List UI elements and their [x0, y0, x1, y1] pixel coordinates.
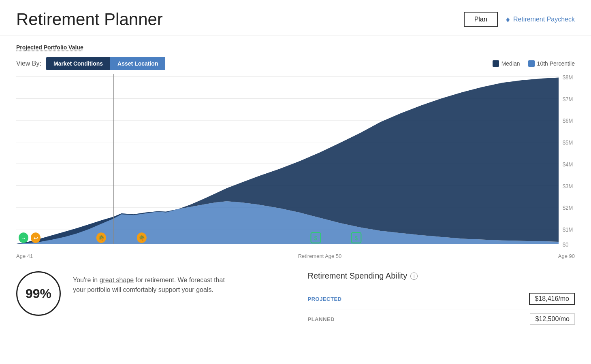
score-text-start: You're in: [73, 277, 100, 283]
svg-text:🌴: 🌴: [98, 234, 105, 242]
svg-text:$1M: $1M: [563, 227, 573, 233]
score-circle: 99%: [16, 271, 61, 316]
score-description: You're in great shape for retirement. We…: [73, 271, 227, 295]
portfolio-chart: $8M $7M $6M $5M $4M $3M $2M $1M $0 → ↩: [16, 74, 575, 248]
svg-text:$8M: $8M: [563, 74, 573, 81]
svg-text:$7M: $7M: [563, 96, 573, 102]
retirement-paycheck-link[interactable]: ♦ Retirement Paycheck: [506, 15, 575, 24]
svg-text:$2M: $2M: [563, 205, 573, 211]
planned-value: $12,500/mo: [530, 313, 575, 325]
planned-label: PLANNED: [308, 316, 335, 322]
page-title: Retirement Planner: [16, 10, 163, 29]
svg-text:↩: ↩: [34, 235, 38, 241]
svg-text:🌴: 🌴: [139, 234, 145, 242]
paycheck-icon: ♦: [506, 15, 510, 24]
tab-market-conditions[interactable]: Market Conditions: [46, 57, 110, 70]
spending-section: Retirement Spending Ability i PROJECTED …: [308, 271, 575, 329]
median-swatch: [493, 60, 499, 67]
tab-asset-location[interactable]: Asset Location: [110, 57, 165, 70]
spending-title: Retirement Spending Ability i: [308, 271, 575, 281]
view-by-tabs: Market Conditions Asset Location: [46, 57, 165, 70]
legend-10th: 10th Percentile: [528, 60, 575, 67]
info-icon[interactable]: i: [410, 272, 418, 280]
svg-text:$0: $0: [563, 241, 568, 248]
view-by-row: View By: Market Conditions Asset Locatio…: [16, 57, 575, 70]
median-label: Median: [501, 60, 520, 67]
header-actions: Plan ♦ Retirement Paycheck: [464, 12, 575, 27]
x-axis-left: Age 41: [16, 253, 33, 259]
projected-value: $18,416/mo: [529, 293, 575, 305]
10th-swatch: [528, 60, 535, 67]
svg-text:$3M: $3M: [563, 183, 573, 189]
view-by-text: View By:: [16, 60, 41, 67]
svg-text:$: $: [355, 235, 358, 241]
chart-x-axis: Age 41 Retirement Age 50 Age 90: [16, 251, 575, 259]
retirement-score-section: 99% You're in great shape for retirement…: [16, 271, 284, 329]
bottom-section: 99% You're in great shape for retirement…: [16, 271, 575, 329]
svg-text:$5M: $5M: [563, 140, 573, 146]
x-axis-middle: Retirement Age 50: [298, 253, 342, 259]
svg-text:$4M: $4M: [563, 161, 573, 168]
svg-text:$6M: $6M: [563, 118, 573, 124]
score-text-underline: great shape: [100, 277, 134, 283]
x-axis-right: Age 90: [558, 253, 575, 259]
projected-portfolio-label[interactable]: Projected Portfolio Value: [16, 44, 575, 51]
score-value: 99%: [26, 286, 51, 301]
svg-text:$: $: [314, 235, 318, 241]
chart-legend: Median 10th Percentile: [493, 60, 575, 67]
plan-button[interactable]: Plan: [464, 12, 498, 27]
spending-row-projected: PROJECTED $18,416/mo: [308, 289, 575, 309]
projected-label: PROJECTED: [308, 296, 342, 302]
10th-label: 10th Percentile: [537, 60, 575, 67]
svg-text:→: →: [21, 235, 26, 241]
view-by-controls: View By: Market Conditions Asset Locatio…: [16, 57, 165, 70]
spending-row-planned: PLANNED $12,500/mo: [308, 309, 575, 329]
legend-median: Median: [493, 60, 520, 67]
